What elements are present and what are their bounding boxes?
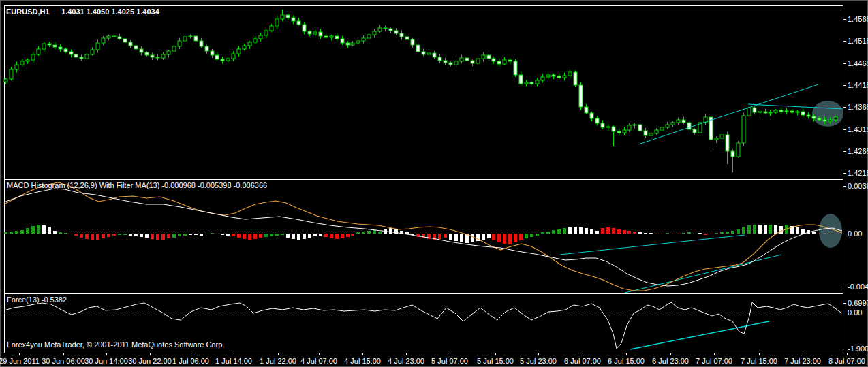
- time-tick-label: 4 Jul 23:00: [388, 357, 424, 365]
- force-tick-label: 0.6997: [848, 299, 868, 307]
- price-tick-label: 1.4215: [848, 169, 868, 177]
- time-tick-label: 4 Jul 15:00: [344, 357, 381, 365]
- force-trendline[interactable]: [630, 321, 769, 349]
- time-tick-label: 6 Jul 15:00: [608, 357, 645, 365]
- price-tick-label: 1.4315: [848, 125, 868, 133]
- candlestick-series[interactable]: [4, 10, 837, 172]
- time-tick-label: 8 Jul 07:00: [828, 357, 865, 365]
- time-tick-label: 30 Jun 14:00: [84, 357, 128, 365]
- time-tick-label: 30 Jun 06:00: [42, 357, 85, 365]
- macd-trendline[interactable]: [560, 235, 745, 255]
- force-tick-label: 0.00: [848, 308, 862, 317]
- time-tick-label: 29 Jun 2011: [0, 357, 40, 365]
- time-tick-label: 5 Jul 15:00: [477, 357, 514, 365]
- price-tick-label: 1.4265: [848, 147, 868, 155]
- metatrader-chart-window: EURUSD,H1 1.4031 1.4050 1.4025 1.4034 MA…: [0, 0, 868, 367]
- price-tick-label: 1.4515: [848, 37, 868, 45]
- time-tick-label: 30 Jun 22:00: [128, 357, 172, 365]
- price-tick-label: 1.4465: [848, 59, 868, 67]
- macd-trendline[interactable]: [625, 255, 781, 293]
- time-tick-label: 6 Jul 07:00: [564, 357, 601, 365]
- time-tick-label: 5 Jul 07:00: [431, 357, 468, 365]
- macd-tick-label: 0.00: [848, 229, 862, 238]
- time-tick-label: 1 Jul 06:00: [172, 357, 209, 365]
- price-tick-label: 1.4365: [848, 103, 868, 111]
- time-tick-label: 4 Jul 07:00: [300, 357, 337, 365]
- force-tick-label: -1.9002: [848, 345, 868, 353]
- force-indicator-label: Force(13) -0.5382: [7, 296, 67, 304]
- macd-tick-label: 0.00394: [848, 182, 868, 190]
- time-tick-label: 7 Jul 07:00: [696, 357, 732, 365]
- price-tick-label: 1.4565: [848, 15, 868, 23]
- price-tick-label: 1.4415: [848, 81, 868, 89]
- time-tick-label: 1 Jul 14:00: [215, 357, 252, 365]
- time-tick-label: 7 Jul 23:00: [784, 357, 821, 365]
- time-tick-label: 7 Jul 15:00: [741, 357, 777, 365]
- time-tick-label: 1 Jul 22:00: [260, 357, 296, 365]
- macd-highlight-ellipse[interactable]: [819, 214, 842, 248]
- copyright-label: Forex4you MetaTrader, © 2001-2011 MetaQu…: [7, 340, 224, 349]
- time-tick-label: 6 Jul 23:00: [652, 357, 689, 365]
- macd-indicator-label: MACD Histogram (12,26,9) With Filter MA(…: [7, 181, 267, 190]
- price-highlight-ellipse[interactable]: [812, 101, 843, 127]
- time-tick-label: 5 Jul 23:00: [520, 357, 557, 365]
- symbol-period-label: EURUSD,H1: [6, 7, 50, 16]
- macd-tick-label: -0.00446: [848, 283, 868, 291]
- quote-ohlc-label: 1.4031 1.4050 1.4025 1.4034: [61, 7, 159, 16]
